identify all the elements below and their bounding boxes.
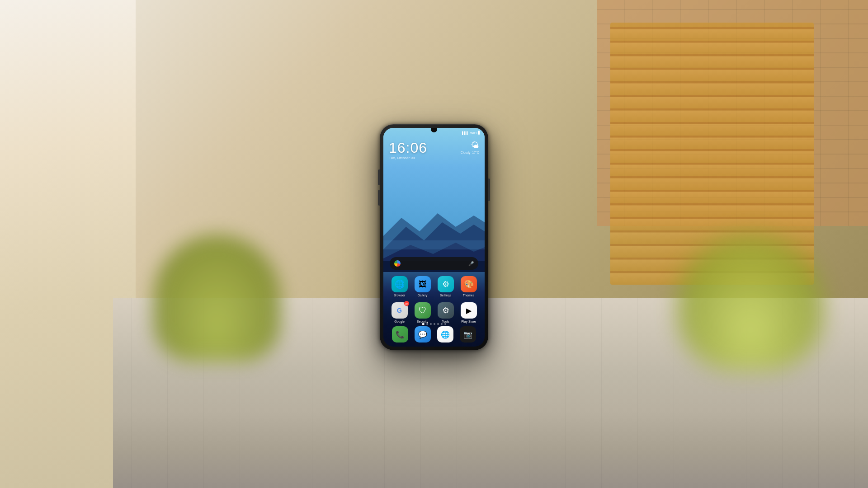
google-badge: 18 bbox=[404, 301, 409, 306]
security-icon: 🛡 bbox=[415, 302, 431, 319]
phone-body: ▌▌▌ WiFi ▊ 16:06 Tue, October 08 🌤 Cloud… bbox=[380, 124, 488, 350]
clock-time: 16:06 bbox=[389, 141, 427, 155]
phone: ▌▌▌ WiFi ▊ 16:06 Tue, October 08 🌤 Cloud… bbox=[380, 124, 488, 350]
themes-label: Themes bbox=[463, 294, 474, 297]
tools-icon: ⚙ bbox=[438, 302, 454, 319]
page-dot-1 bbox=[422, 323, 425, 325]
settings-icon: ⚙ bbox=[438, 276, 454, 292]
status-icons: ▌▌▌ WiFi ▊ bbox=[462, 131, 480, 135]
google-label: Google bbox=[394, 320, 405, 323]
app-security[interactable]: 🛡 Security bbox=[413, 302, 433, 323]
clock-date: Tue, October 08 bbox=[389, 156, 427, 160]
app-playstore[interactable]: ▶ Play Store bbox=[459, 302, 479, 323]
app-themes[interactable]: 🎨 Themes bbox=[459, 276, 479, 297]
weather-condition: Cloudy 17°C bbox=[461, 151, 479, 154]
battery-icon: ▊ bbox=[478, 131, 480, 135]
dock-chrome[interactable]: 🌐 bbox=[437, 326, 453, 343]
chair-left bbox=[154, 235, 280, 361]
page-dot-7 bbox=[444, 323, 446, 325]
app-row-1: 🌐 Browser 🖼 Gallery ⚙ Settings bbox=[388, 276, 480, 297]
app-tools[interactable]: ⚙ Tools bbox=[436, 302, 456, 323]
google-icon: G 18 bbox=[392, 302, 408, 319]
wifi-icon: WiFi bbox=[470, 131, 476, 135]
app-row-2: G 18 Google 🛡 Security ⚙ Tools bbox=[388, 302, 480, 323]
page-dot-4 bbox=[434, 323, 435, 325]
google-g-icon bbox=[394, 260, 401, 267]
page-dot-5 bbox=[437, 323, 439, 325]
playstore-label: Play Store bbox=[461, 320, 476, 323]
dock-phone[interactable]: 📞 bbox=[392, 326, 408, 343]
tools-label: Tools bbox=[442, 320, 449, 323]
dock-messages[interactable]: 💬 bbox=[415, 326, 431, 343]
app-settings[interactable]: ⚙ Settings bbox=[436, 276, 456, 297]
security-label: Security bbox=[417, 320, 428, 323]
svg-rect-4 bbox=[383, 240, 485, 249]
weather-widget: 🌤 Cloudy 17°C bbox=[461, 141, 479, 154]
phone-screen: ▌▌▌ WiFi ▊ 16:06 Tue, October 08 🌤 Cloud… bbox=[383, 128, 485, 347]
app-browser[interactable]: 🌐 Browser bbox=[390, 276, 410, 297]
gallery-icon: 🖼 bbox=[415, 276, 431, 292]
gallery-label: Gallery bbox=[417, 294, 427, 297]
chair-right bbox=[678, 235, 823, 371]
weather-icon: 🌤 bbox=[461, 141, 479, 150]
search-bar[interactable]: 🎤 bbox=[390, 257, 478, 270]
page-dot-2 bbox=[426, 323, 428, 325]
search-input-area[interactable] bbox=[403, 263, 468, 264]
page-dot-3 bbox=[430, 323, 432, 325]
app-gallery[interactable]: 🖼 Gallery bbox=[413, 276, 433, 297]
signal-icon: ▌▌▌ bbox=[462, 131, 469, 135]
page-dots bbox=[383, 323, 485, 325]
browser-icon: 🌐 bbox=[392, 276, 408, 292]
browser-label: Browser bbox=[394, 294, 406, 297]
page-dot-6 bbox=[441, 323, 443, 325]
settings-label: Settings bbox=[440, 294, 451, 297]
themes-icon: 🎨 bbox=[461, 276, 477, 292]
dock: 📞 💬 🌐 📷 bbox=[389, 326, 479, 343]
playstore-icon: ▶ bbox=[461, 302, 477, 319]
mic-icon[interactable]: 🎤 bbox=[468, 261, 474, 266]
dock-camera[interactable]: 📷 bbox=[460, 326, 476, 343]
clock-widget: 16:06 Tue, October 08 bbox=[389, 141, 427, 160]
app-google[interactable]: G 18 Google bbox=[390, 302, 410, 323]
